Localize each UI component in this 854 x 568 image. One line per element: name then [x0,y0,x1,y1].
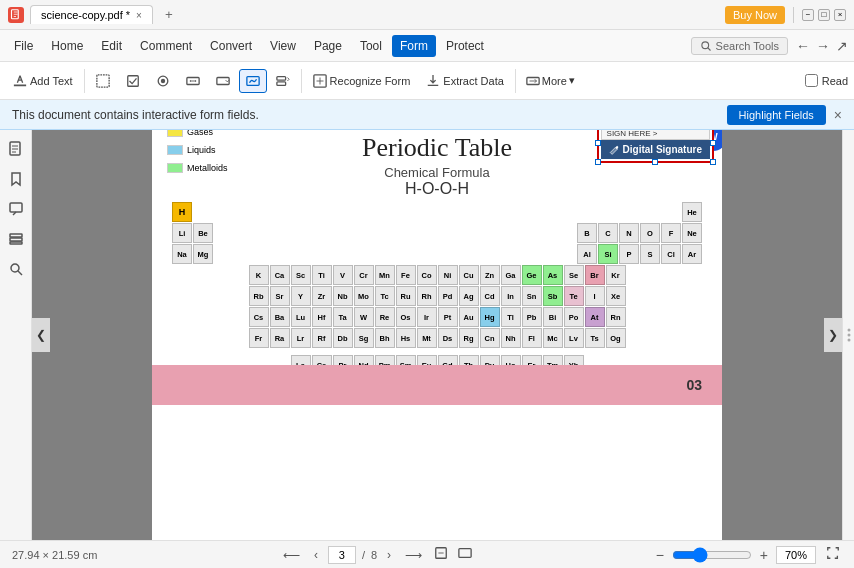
menu-file[interactable]: File [6,35,41,57]
svg-rect-26 [459,549,471,558]
total-pages: 8 [371,549,377,561]
sidebar-pages-icon[interactable] [5,138,27,160]
spacer3 [214,244,576,264]
signature-field-button[interactable] [239,69,267,93]
svg-point-22 [847,329,850,332]
more-fields-icon [276,74,290,88]
text-field-icon [186,74,200,88]
handle-br[interactable] [710,159,716,165]
menu-edit[interactable]: Edit [93,35,130,57]
select-fields-button[interactable] [89,69,117,93]
right-sidebar-handle[interactable] [842,130,854,540]
element-Ar: Ar [682,244,702,264]
element-Ba: Ba [270,307,290,327]
radio-button-tool[interactable] [149,69,177,93]
menu-home[interactable]: Home [43,35,91,57]
current-page-input[interactable] [328,546,356,564]
element-Sr: Sr [270,286,290,306]
signature-button[interactable]: Digital Signature [601,140,710,159]
zoom-slider[interactable] [672,547,752,563]
element-Mt: Mt [417,328,437,348]
menu-convert[interactable]: Convert [202,35,260,57]
menu-protect[interactable]: Protect [438,35,492,57]
element-Cd: Cd [480,286,500,306]
separator-3 [515,69,516,93]
dropdown-button[interactable] [209,69,237,93]
last-page-button[interactable]: ⟶ [401,546,426,564]
menu-tool[interactable]: Tool [352,35,390,57]
page-subtitle: Chemical Formula [164,165,710,180]
next-page-button[interactable]: › [383,546,395,564]
element-Cl: Cl [661,244,681,264]
recognize-form-label: Recognize Form [330,75,411,87]
zoom-out-button[interactable]: − [656,547,664,563]
element-Sc: Sc [291,265,311,285]
more-button[interactable]: More ▾ [520,70,581,92]
highlight-fields-button[interactable]: Highlight Fields [727,105,826,125]
signature-label: Digital Signature [623,144,702,155]
sidebar-layers-icon[interactable] [5,228,27,250]
first-page-button[interactable]: ⟵ [279,546,304,564]
svg-rect-12 [276,81,285,85]
element-Mc: Mc [543,328,563,348]
sidebar-comment-icon[interactable] [5,198,27,220]
minimize-button[interactable]: − [802,9,814,21]
menu-view[interactable]: View [262,35,304,57]
forward-button[interactable]: → [816,38,830,54]
file-tab[interactable]: science-copy.pdf * × [30,5,153,24]
element-Ca: Ca [270,265,290,285]
element-Rg: Rg [459,328,479,348]
back-button[interactable]: ← [796,38,810,54]
buy-now-button[interactable]: Buy Now [725,6,785,24]
read-checkbox[interactable] [805,74,818,87]
right-handle-icon [846,325,852,345]
close-tab-icon[interactable]: × [136,10,142,21]
menu-form[interactable]: Form [392,35,436,57]
element-V: V [333,265,353,285]
element-Be: Be [193,223,213,243]
menu-comment[interactable]: Comment [132,35,200,57]
close-info-button[interactable]: × [834,107,842,123]
legend-liquids-label: Liquids [187,145,216,155]
menu-page[interactable]: Page [306,35,350,57]
add-text-button[interactable]: Add Text [6,69,80,93]
sidebar-bookmark-icon[interactable] [5,168,27,190]
svg-point-1 [701,41,708,48]
zoom-in-button[interactable]: + [760,547,768,563]
fit-page-button[interactable] [432,544,450,565]
signature-box-container: SIGN HERE > Digital Signature [597,130,714,163]
maximize-button[interactable]: □ [818,9,830,21]
next-page-arrow[interactable]: ❯ [824,318,842,352]
prev-page-button[interactable]: ‹ [310,546,322,564]
element-Cs: Cs [249,307,269,327]
more-fields-button[interactable] [269,69,297,93]
element-Sb: Sb [543,286,563,306]
external-link-button[interactable]: ↗ [836,38,848,54]
element-Zn: Zn [480,265,500,285]
fullscreen-button[interactable] [824,544,842,565]
prev-page-arrow[interactable]: ❮ [32,318,50,352]
zoom-level-input[interactable] [776,546,816,564]
checkbox-button[interactable] [119,69,147,93]
page-separator: / [362,549,365,561]
read-toggle[interactable]: Read [805,74,848,87]
close-button[interactable]: × [834,9,846,21]
zoom-controls: − + [656,544,842,565]
recognize-form-button[interactable]: Recognize Form [306,69,418,93]
element-K: K [249,265,269,285]
separator-1 [84,69,85,93]
search-tools[interactable]: Search Tools [691,37,788,55]
extract-data-button[interactable]: Extract Data [419,69,511,93]
pt-row-5: Rb Sr Y Zr Nb Mo Tc Ru Rh Pd Ag Cd In Sn [172,286,702,306]
main-layout: ❮ [0,130,854,540]
file-name: science-copy.pdf * [41,9,130,21]
element-Li: Li [172,223,192,243]
element-Db: Db [333,328,353,348]
element-Hf: Hf [312,307,332,327]
fit-width-button[interactable] [456,544,474,565]
divider [793,7,794,23]
text-field-button[interactable] [179,69,207,93]
sidebar-search-icon[interactable] [5,258,27,280]
element-Ti: Ti [312,265,332,285]
new-tab-button[interactable]: + [159,4,179,25]
